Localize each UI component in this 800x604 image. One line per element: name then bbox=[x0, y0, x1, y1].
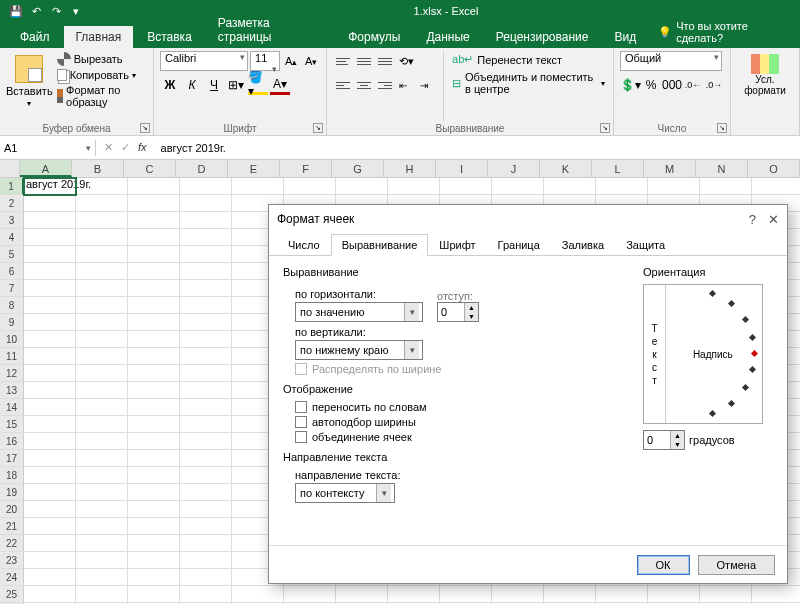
row-header-17[interactable]: 17 bbox=[0, 450, 24, 467]
indent-input[interactable] bbox=[438, 303, 464, 321]
cell-C5[interactable] bbox=[128, 246, 180, 263]
row-header-6[interactable]: 6 bbox=[0, 263, 24, 280]
underline-button[interactable]: Ч bbox=[204, 75, 224, 95]
cell-A2[interactable] bbox=[24, 195, 76, 212]
cell-C20[interactable] bbox=[128, 501, 180, 518]
indent-spinner[interactable]: ▲▼ bbox=[437, 302, 479, 322]
cell-D24[interactable] bbox=[180, 569, 232, 586]
font-color-button[interactable]: A▾ bbox=[270, 75, 290, 95]
copy-button[interactable]: Копировать ▾ bbox=[55, 68, 147, 82]
cell-A1[interactable]: август 2019г. bbox=[24, 178, 76, 195]
align-top-button[interactable] bbox=[333, 51, 353, 71]
cell-D19[interactable] bbox=[180, 484, 232, 501]
conditional-formatting-button[interactable]: Усл. формати bbox=[737, 54, 793, 129]
increase-decimal-button[interactable]: .0← bbox=[683, 75, 703, 95]
align-center-button[interactable] bbox=[354, 75, 374, 95]
cell-A12[interactable] bbox=[24, 365, 76, 382]
cell-B11[interactable] bbox=[76, 348, 128, 365]
cell-D10[interactable] bbox=[180, 331, 232, 348]
cell-B18[interactable] bbox=[76, 467, 128, 484]
cell-C8[interactable] bbox=[128, 297, 180, 314]
decrease-indent-button[interactable]: ⇤ bbox=[396, 75, 416, 95]
cell-B16[interactable] bbox=[76, 433, 128, 450]
cell-E25[interactable] bbox=[232, 586, 284, 603]
cell-N25[interactable] bbox=[700, 586, 752, 603]
cell-A5[interactable] bbox=[24, 246, 76, 263]
row-header-25[interactable]: 25 bbox=[0, 586, 24, 603]
decrease-decimal-button[interactable]: .0→ bbox=[704, 75, 724, 95]
cell-L1[interactable] bbox=[596, 178, 648, 195]
cell-D15[interactable] bbox=[180, 416, 232, 433]
cell-G1[interactable] bbox=[336, 178, 388, 195]
dialog-help-icon[interactable]: ? bbox=[749, 212, 756, 227]
degree-up-icon[interactable]: ▲ bbox=[671, 431, 684, 440]
cell-B19[interactable] bbox=[76, 484, 128, 501]
enter-formula-icon[interactable]: ✓ bbox=[121, 141, 130, 154]
dialog-tab-protection[interactable]: Защита bbox=[615, 234, 676, 256]
cell-C2[interactable] bbox=[128, 195, 180, 212]
cell-C21[interactable] bbox=[128, 518, 180, 535]
cell-B15[interactable] bbox=[76, 416, 128, 433]
cell-B3[interactable] bbox=[76, 212, 128, 229]
cell-C19[interactable] bbox=[128, 484, 180, 501]
cell-A8[interactable] bbox=[24, 297, 76, 314]
cell-I25[interactable] bbox=[440, 586, 492, 603]
cell-B17[interactable] bbox=[76, 450, 128, 467]
cell-A6[interactable] bbox=[24, 263, 76, 280]
row-header-4[interactable]: 4 bbox=[0, 229, 24, 246]
col-header-D[interactable]: D bbox=[176, 160, 228, 177]
cell-E1[interactable] bbox=[232, 178, 284, 195]
cell-A20[interactable] bbox=[24, 501, 76, 518]
tab-file[interactable]: Файл bbox=[8, 26, 62, 48]
cell-D21[interactable] bbox=[180, 518, 232, 535]
cell-C4[interactable] bbox=[128, 229, 180, 246]
row-header-20[interactable]: 20 bbox=[0, 501, 24, 518]
cell-C24[interactable] bbox=[128, 569, 180, 586]
tab-page-layout[interactable]: Разметка страницы bbox=[206, 12, 334, 48]
cell-C1[interactable] bbox=[128, 178, 180, 195]
col-header-J[interactable]: J bbox=[488, 160, 540, 177]
row-header-18[interactable]: 18 bbox=[0, 467, 24, 484]
number-dialog-launcher[interactable]: ↘ bbox=[717, 123, 727, 133]
cell-A11[interactable] bbox=[24, 348, 76, 365]
cell-C14[interactable] bbox=[128, 399, 180, 416]
row-header-11[interactable]: 11 bbox=[0, 348, 24, 365]
dialog-close-icon[interactable]: ✕ bbox=[768, 212, 779, 227]
cell-C6[interactable] bbox=[128, 263, 180, 280]
col-header-F[interactable]: F bbox=[280, 160, 332, 177]
merge-checkbox[interactable] bbox=[295, 431, 307, 443]
row-header-13[interactable]: 13 bbox=[0, 382, 24, 399]
cell-D20[interactable] bbox=[180, 501, 232, 518]
dialog-tab-font[interactable]: Шрифт bbox=[428, 234, 486, 256]
cell-D1[interactable] bbox=[180, 178, 232, 195]
cell-A25[interactable] bbox=[24, 586, 76, 603]
cell-A22[interactable] bbox=[24, 535, 76, 552]
cell-D9[interactable] bbox=[180, 314, 232, 331]
col-header-A[interactable]: A bbox=[20, 160, 72, 177]
cell-B8[interactable] bbox=[76, 297, 128, 314]
align-bottom-button[interactable] bbox=[375, 51, 395, 71]
row-header-7[interactable]: 7 bbox=[0, 280, 24, 297]
cell-A13[interactable] bbox=[24, 382, 76, 399]
cell-D16[interactable] bbox=[180, 433, 232, 450]
cell-A15[interactable] bbox=[24, 416, 76, 433]
cell-D2[interactable] bbox=[180, 195, 232, 212]
cell-N1[interactable] bbox=[700, 178, 752, 195]
indent-down-icon[interactable]: ▼ bbox=[465, 312, 478, 321]
orientation-button[interactable]: ⟲▾ bbox=[396, 51, 416, 71]
dialog-tab-fill[interactable]: Заливка bbox=[551, 234, 615, 256]
cell-C15[interactable] bbox=[128, 416, 180, 433]
cell-A23[interactable] bbox=[24, 552, 76, 569]
font-size-select[interactable]: 11 bbox=[250, 51, 280, 71]
bold-button[interactable]: Ж bbox=[160, 75, 180, 95]
col-header-I[interactable]: I bbox=[436, 160, 488, 177]
row-header-21[interactable]: 21 bbox=[0, 518, 24, 535]
cell-D5[interactable] bbox=[180, 246, 232, 263]
cell-A7[interactable] bbox=[24, 280, 76, 297]
redo-icon[interactable]: ↷ bbox=[48, 3, 64, 19]
cell-A18[interactable] bbox=[24, 467, 76, 484]
save-icon[interactable]: 💾 bbox=[8, 3, 24, 19]
cell-B25[interactable] bbox=[76, 586, 128, 603]
cell-B24[interactable] bbox=[76, 569, 128, 586]
cell-D25[interactable] bbox=[180, 586, 232, 603]
